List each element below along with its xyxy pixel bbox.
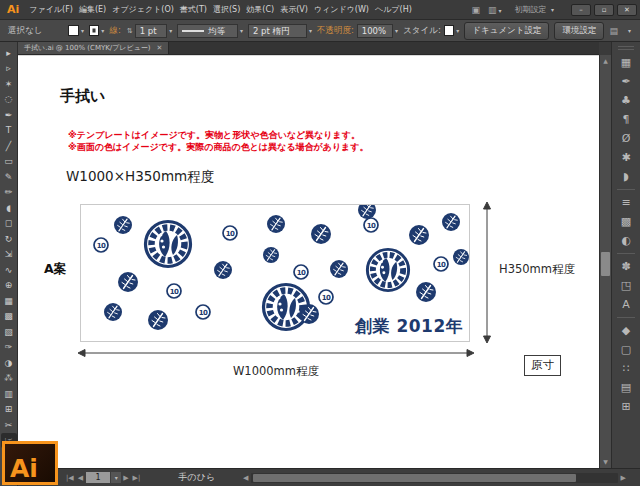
- ten-motif[interactable]: [319, 290, 333, 304]
- width-tool[interactable]: ∿: [1, 262, 17, 278]
- size-heading[interactable]: W1000×H350mm程度: [66, 168, 214, 186]
- menu-item-2[interactable]: オブジェクト(O): [112, 4, 174, 15]
- ten-motif[interactable]: [94, 238, 108, 252]
- type-tool[interactable]: T: [1, 123, 17, 139]
- ten-motif[interactable]: [223, 226, 237, 240]
- vertical-scroll-thumb[interactable]: [601, 252, 610, 276]
- chevron-down-icon[interactable]: ▾: [81, 27, 84, 34]
- previous-artboard-button[interactable]: ◀: [78, 474, 83, 482]
- chevron-down-icon[interactable]: ▾: [101, 27, 104, 34]
- selection-tool[interactable]: ▸: [1, 45, 17, 61]
- direct-selection-tool[interactable]: ▹: [1, 61, 17, 77]
- vertical-scrollbar[interactable]: ▲ ▼: [599, 55, 611, 468]
- ten-motif[interactable]: [167, 284, 181, 298]
- sprig-motif[interactable]: [114, 216, 132, 234]
- symbol-sprayer-tool[interactable]: ⁂: [1, 371, 17, 387]
- mesh-tool[interactable]: ▩: [1, 309, 17, 325]
- last-artboard-button[interactable]: ▶|: [133, 474, 141, 482]
- pen-tool[interactable]: ✒: [1, 107, 17, 123]
- first-artboard-button[interactable]: |◀: [66, 474, 74, 482]
- transform-panel-icon[interactable]: ▤: [615, 378, 637, 397]
- workspace-switcher-icon[interactable]: ▥▾: [488, 5, 507, 15]
- next-artboard-button[interactable]: ▶: [123, 474, 128, 482]
- tenugui-design[interactable]: 10 創業 2012年: [80, 204, 470, 342]
- warning-text-2[interactable]: ※画面の色はイメージです。実際の商品の色とは異なる場合があります。: [68, 141, 369, 154]
- align-panel-icon[interactable]: ∷: [615, 359, 637, 378]
- rectangle-tool[interactable]: ▭: [1, 154, 17, 170]
- menu-item-4[interactable]: 選択(S): [213, 4, 240, 15]
- transparency-panel-icon[interactable]: ◐: [615, 231, 637, 250]
- blend-tool[interactable]: ◑: [1, 355, 17, 371]
- eyedropper-tool[interactable]: ✑: [1, 340, 17, 356]
- sprig-motif[interactable]: [104, 303, 122, 321]
- sprig-motif[interactable]: [148, 310, 168, 330]
- stroke-label[interactable]: 線:: [109, 25, 120, 37]
- scroll-right-icon[interactable]: ▶: [621, 474, 626, 482]
- scale-tool[interactable]: ⇲: [1, 247, 17, 263]
- sprig-motif[interactable]: [409, 225, 429, 245]
- sprig-motif[interactable]: [453, 249, 469, 265]
- opacity-label[interactable]: 不透明度:: [317, 25, 354, 37]
- menu-item-1[interactable]: 編集(E): [79, 4, 106, 15]
- arrange-panel-icon[interactable]: ▢: [615, 340, 637, 359]
- artboard-number-field[interactable]: 1: [86, 472, 110, 483]
- maximize-button[interactable]: ▫: [594, 4, 614, 16]
- symbols-panel-icon[interactable]: ♣: [615, 91, 637, 110]
- lasso-tool[interactable]: ◌: [1, 92, 17, 108]
- width-dimension-label[interactable]: W1000mm程度: [206, 364, 346, 379]
- scroll-down-icon[interactable]: ▼: [600, 457, 611, 467]
- brush-definition-dropdown[interactable]: 2 pt 楕円: [248, 24, 307, 38]
- width-profile-dropdown[interactable]: 均等: [177, 24, 238, 38]
- horizontal-scroll-thumb[interactable]: [253, 474, 575, 482]
- brushes-panel-icon[interactable]: ✒: [615, 72, 637, 91]
- horizontal-scroll-track[interactable]: [251, 473, 617, 483]
- sprig-motif[interactable]: [442, 213, 460, 231]
- menu-item-8[interactable]: ヘルプ(H): [375, 4, 412, 15]
- paintbrush-tool[interactable]: ✎: [1, 169, 17, 185]
- sprig-motif[interactable]: [358, 205, 376, 219]
- ten-motif[interactable]: [294, 265, 308, 279]
- menu-item-6[interactable]: 表示(V): [280, 4, 308, 15]
- horizontal-scrollbar[interactable]: ◀ ▶: [243, 473, 626, 483]
- chevron-down-icon[interactable]: ▾: [309, 27, 312, 34]
- stroke-color-swatch[interactable]: [89, 25, 99, 36]
- slice-tool[interactable]: ✂: [1, 417, 17, 433]
- canvas[interactable]: 手拭い ※テンプレートはイメージです。実物と形状や色合いなど異なります。 ※画面…: [18, 55, 599, 468]
- page-title[interactable]: 手拭い: [60, 87, 105, 106]
- graphic-styles-panel-icon[interactable]: ✽: [615, 257, 637, 276]
- opacity-field[interactable]: 100%: [357, 24, 393, 38]
- sprig-motif[interactable]: [263, 247, 279, 263]
- color-guide-panel-icon[interactable]: ✱: [615, 148, 637, 167]
- fill-color-swatch[interactable]: [68, 25, 78, 36]
- workspace-label[interactable]: 初期設定 ▾: [514, 4, 559, 15]
- links-panel-icon[interactable]: ◳: [615, 276, 637, 295]
- stroke-panel-icon[interactable]: Ø: [615, 129, 637, 148]
- gradient-tool[interactable]: ▧: [1, 324, 17, 340]
- sprig-motif[interactable]: [299, 304, 319, 324]
- chevron-down-icon[interactable]: ▾: [240, 27, 243, 34]
- ten-motif[interactable]: [196, 305, 210, 319]
- artboards-panel-icon[interactable]: ▦: [615, 53, 637, 72]
- menu-item-3[interactable]: 書式(T): [180, 4, 207, 15]
- menu-item-0[interactable]: ファイル(F): [29, 4, 73, 15]
- magic-wand-tool[interactable]: ✶: [1, 76, 17, 92]
- sprig-motif[interactable]: [267, 215, 285, 233]
- chevron-down-icon[interactable]: ▾: [456, 27, 459, 34]
- founding-year-text[interactable]: 創業 2012年: [354, 316, 463, 336]
- arrange-documents-icon[interactable]: ▣: [471, 5, 480, 15]
- rotate-tool[interactable]: ↻: [1, 231, 17, 247]
- sprig-motif[interactable]: [416, 282, 436, 302]
- layers-panel-icon[interactable]: ◆: [615, 321, 637, 340]
- eraser-tool[interactable]: ◻: [1, 216, 17, 232]
- scroll-up-icon[interactable]: ▲: [600, 56, 611, 66]
- document-setup-button[interactable]: ドキュメント設定: [464, 22, 549, 40]
- style-swatch[interactable]: [444, 25, 454, 36]
- gradient-panel-icon[interactable]: ▩: [615, 212, 637, 231]
- ten-motif[interactable]: [434, 257, 448, 271]
- character-panel-icon[interactable]: A: [615, 295, 637, 314]
- actual-size-label[interactable]: 原寸: [524, 355, 561, 376]
- close-icon[interactable]: ✕: [157, 44, 163, 52]
- dock-grip[interactable]: [618, 46, 634, 50]
- menu-item-7[interactable]: ウィンドウ(W): [314, 4, 369, 15]
- scroll-left-icon[interactable]: ◀: [243, 474, 248, 482]
